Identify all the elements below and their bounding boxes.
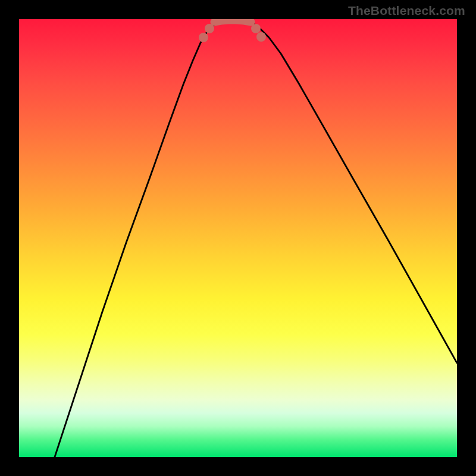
bottleneck-curve-svg [19,19,457,457]
svg-point-1 [205,24,214,33]
chart-frame: TheBottleneck.com [0,0,476,476]
valley-marker-dots [199,24,266,42]
bottleneck-curve [55,19,457,457]
svg-point-0 [199,33,208,42]
valley-floor-markers [214,20,251,22]
svg-point-3 [256,32,266,42]
watermark-text: TheBottleneck.com [348,4,465,18]
plot-area [19,19,457,457]
svg-point-2 [251,24,261,33]
